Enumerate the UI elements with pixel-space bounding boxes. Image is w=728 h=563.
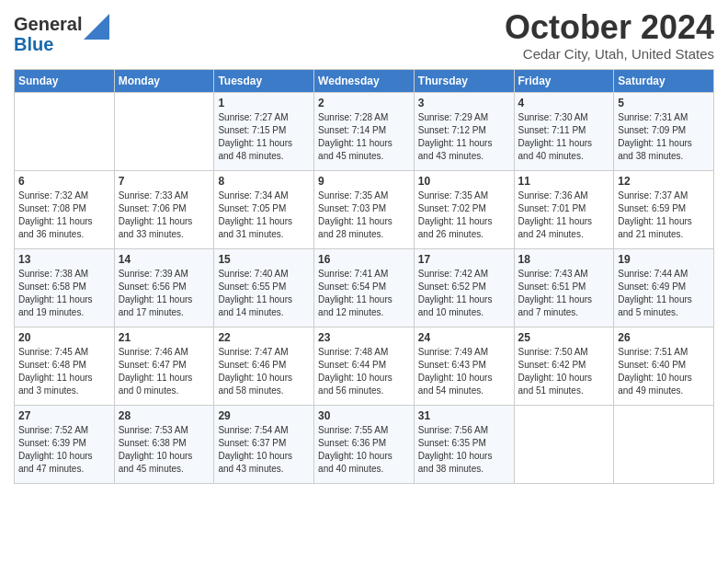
- calendar-cell: [114, 92, 214, 170]
- calendar-cell: 18Sunrise: 7:43 AM Sunset: 6:51 PM Dayli…: [514, 248, 614, 327]
- day-info: Sunrise: 7:53 AM Sunset: 6:38 PM Dayligh…: [119, 424, 210, 476]
- calendar-cell: 28Sunrise: 7:53 AM Sunset: 6:38 PM Dayli…: [114, 405, 214, 483]
- day-info: Sunrise: 7:31 AM Sunset: 7:09 PM Dayligh…: [618, 111, 710, 163]
- day-info: Sunrise: 7:33 AM Sunset: 7:06 PM Dayligh…: [119, 190, 210, 241]
- day-info: Sunrise: 7:43 AM Sunset: 6:51 PM Dayligh…: [518, 268, 610, 319]
- calendar-week-3: 13Sunrise: 7:38 AM Sunset: 6:58 PM Dayli…: [15, 248, 714, 327]
- location-title: Cedar City, Utah, United States: [505, 46, 714, 62]
- day-number: 28: [119, 409, 210, 422]
- logo-blue-text: Blue: [14, 34, 53, 54]
- title-area: October 2024 Cedar City, Utah, United St…: [505, 9, 714, 62]
- calendar-cell: 30Sunrise: 7:55 AM Sunset: 6:36 PM Dayli…: [314, 405, 415, 483]
- day-info: Sunrise: 7:35 AM Sunset: 7:03 PM Dayligh…: [318, 190, 410, 241]
- day-number: 29: [218, 409, 310, 422]
- day-number: 5: [618, 97, 710, 109]
- col-header-friday: Friday: [514, 69, 614, 92]
- col-header-monday: Monday: [114, 69, 214, 92]
- calendar-cell: 19Sunrise: 7:44 AM Sunset: 6:49 PM Dayli…: [614, 248, 714, 327]
- logo: General Blue: [14, 9, 109, 54]
- calendar-cell: 21Sunrise: 7:46 AM Sunset: 6:47 PM Dayli…: [114, 327, 214, 405]
- calendar-cell: 15Sunrise: 7:40 AM Sunset: 6:55 PM Dayli…: [214, 248, 314, 327]
- calendar-cell: 2Sunrise: 7:28 AM Sunset: 7:14 PM Daylig…: [314, 92, 415, 170]
- day-info: Sunrise: 7:30 AM Sunset: 7:11 PM Dayligh…: [518, 111, 610, 163]
- day-number: 24: [418, 331, 510, 344]
- calendar-cell: 11Sunrise: 7:36 AM Sunset: 7:01 PM Dayli…: [514, 170, 614, 248]
- calendar-cell: 31Sunrise: 7:56 AM Sunset: 6:35 PM Dayli…: [414, 405, 514, 483]
- day-number: 26: [618, 331, 710, 344]
- day-info: Sunrise: 7:35 AM Sunset: 7:02 PM Dayligh…: [418, 190, 510, 241]
- day-info: Sunrise: 7:40 AM Sunset: 6:55 PM Dayligh…: [218, 268, 310, 319]
- day-info: Sunrise: 7:41 AM Sunset: 6:54 PM Dayligh…: [318, 268, 410, 319]
- calendar-cell: 8Sunrise: 7:34 AM Sunset: 7:05 PM Daylig…: [214, 170, 314, 248]
- day-number: 11: [518, 175, 610, 188]
- day-number: 8: [218, 175, 310, 188]
- day-info: Sunrise: 7:27 AM Sunset: 7:15 PM Dayligh…: [218, 111, 310, 163]
- day-number: 27: [18, 409, 110, 422]
- logo-icon: [84, 14, 109, 40]
- calendar-cell: 6Sunrise: 7:32 AM Sunset: 7:08 PM Daylig…: [15, 170, 115, 248]
- day-info: Sunrise: 7:51 AM Sunset: 6:40 PM Dayligh…: [618, 346, 710, 397]
- day-info: Sunrise: 7:32 AM Sunset: 7:08 PM Dayligh…: [18, 190, 110, 241]
- day-info: Sunrise: 7:56 AM Sunset: 6:35 PM Dayligh…: [418, 424, 510, 476]
- calendar-week-5: 27Sunrise: 7:52 AM Sunset: 6:39 PM Dayli…: [15, 405, 714, 483]
- day-number: 16: [318, 253, 410, 266]
- day-info: Sunrise: 7:52 AM Sunset: 6:39 PM Dayligh…: [18, 424, 110, 476]
- day-number: 3: [418, 97, 510, 109]
- day-number: 12: [618, 175, 710, 188]
- day-info: Sunrise: 7:47 AM Sunset: 6:46 PM Dayligh…: [218, 346, 310, 397]
- day-number: 14: [119, 253, 210, 266]
- calendar-header-row: SundayMondayTuesdayWednesdayThursdayFrid…: [15, 69, 714, 92]
- calendar-cell: 13Sunrise: 7:38 AM Sunset: 6:58 PM Dayli…: [15, 248, 115, 327]
- day-number: 21: [119, 331, 210, 344]
- calendar-cell: 4Sunrise: 7:30 AM Sunset: 7:11 PM Daylig…: [514, 92, 614, 170]
- day-number: 2: [318, 97, 410, 109]
- logo-general-text: General: [14, 14, 82, 34]
- day-info: Sunrise: 7:46 AM Sunset: 6:47 PM Dayligh…: [119, 346, 210, 397]
- day-number: 18: [518, 253, 610, 266]
- header: General Blue October 2024 Cedar City, Ut…: [14, 9, 714, 62]
- day-number: 10: [418, 175, 510, 188]
- calendar-cell: 25Sunrise: 7:50 AM Sunset: 6:42 PM Dayli…: [514, 327, 614, 405]
- col-header-saturday: Saturday: [614, 69, 714, 92]
- col-header-tuesday: Tuesday: [214, 69, 314, 92]
- calendar-cell: [15, 92, 115, 170]
- day-number: 6: [18, 175, 110, 188]
- calendar-week-4: 20Sunrise: 7:45 AM Sunset: 6:48 PM Dayli…: [15, 327, 714, 405]
- day-number: 23: [318, 331, 410, 344]
- day-number: 25: [518, 331, 610, 344]
- day-info: Sunrise: 7:54 AM Sunset: 6:37 PM Dayligh…: [218, 424, 310, 476]
- month-title: October 2024: [505, 9, 714, 46]
- col-header-wednesday: Wednesday: [314, 69, 415, 92]
- calendar-cell: 22Sunrise: 7:47 AM Sunset: 6:46 PM Dayli…: [214, 327, 314, 405]
- calendar-cell: 27Sunrise: 7:52 AM Sunset: 6:39 PM Dayli…: [15, 405, 115, 483]
- day-number: 22: [218, 331, 310, 344]
- day-info: Sunrise: 7:36 AM Sunset: 7:01 PM Dayligh…: [518, 190, 610, 241]
- day-number: 15: [218, 253, 310, 266]
- calendar-cell: [514, 405, 614, 483]
- day-number: 4: [518, 97, 610, 109]
- day-info: Sunrise: 7:48 AM Sunset: 6:44 PM Dayligh…: [318, 346, 410, 397]
- day-info: Sunrise: 7:38 AM Sunset: 6:58 PM Dayligh…: [18, 268, 110, 319]
- day-number: 13: [18, 253, 110, 266]
- day-info: Sunrise: 7:42 AM Sunset: 6:52 PM Dayligh…: [418, 268, 510, 319]
- day-info: Sunrise: 7:45 AM Sunset: 6:48 PM Dayligh…: [18, 346, 110, 397]
- day-info: Sunrise: 7:55 AM Sunset: 6:36 PM Dayligh…: [318, 424, 410, 476]
- calendar-week-2: 6Sunrise: 7:32 AM Sunset: 7:08 PM Daylig…: [15, 170, 714, 248]
- calendar-cell: 23Sunrise: 7:48 AM Sunset: 6:44 PM Dayli…: [314, 327, 415, 405]
- day-number: 1: [218, 97, 310, 109]
- calendar-cell: [614, 405, 714, 483]
- day-info: Sunrise: 7:28 AM Sunset: 7:14 PM Dayligh…: [318, 111, 410, 163]
- calendar-cell: 9Sunrise: 7:35 AM Sunset: 7:03 PM Daylig…: [314, 170, 415, 248]
- day-info: Sunrise: 7:44 AM Sunset: 6:49 PM Dayligh…: [618, 268, 710, 319]
- calendar-cell: 29Sunrise: 7:54 AM Sunset: 6:37 PM Dayli…: [214, 405, 314, 483]
- calendar-cell: 24Sunrise: 7:49 AM Sunset: 6:43 PM Dayli…: [414, 327, 514, 405]
- day-number: 31: [418, 409, 510, 422]
- day-info: Sunrise: 7:37 AM Sunset: 6:59 PM Dayligh…: [618, 190, 710, 241]
- day-info: Sunrise: 7:34 AM Sunset: 7:05 PM Dayligh…: [218, 190, 310, 241]
- day-number: 7: [119, 175, 210, 188]
- day-info: Sunrise: 7:29 AM Sunset: 7:12 PM Dayligh…: [418, 111, 510, 163]
- calendar-cell: 17Sunrise: 7:42 AM Sunset: 6:52 PM Dayli…: [414, 248, 514, 327]
- calendar-cell: 20Sunrise: 7:45 AM Sunset: 6:48 PM Dayli…: [15, 327, 115, 405]
- day-number: 17: [418, 253, 510, 266]
- calendar-cell: 26Sunrise: 7:51 AM Sunset: 6:40 PM Dayli…: [614, 327, 714, 405]
